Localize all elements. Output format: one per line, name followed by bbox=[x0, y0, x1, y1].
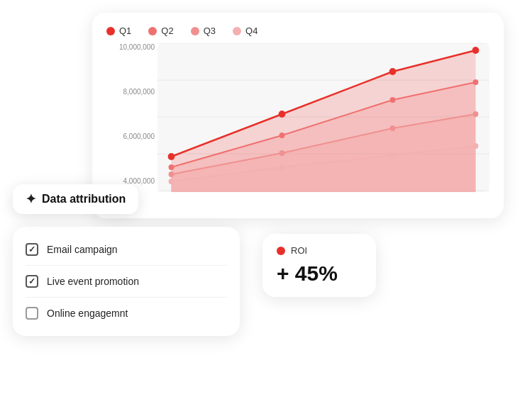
checkbox-live-event[interactable] bbox=[26, 275, 38, 288]
q1-dot-4 bbox=[472, 47, 480, 54]
data-attribution-label: Data attribution bbox=[42, 193, 126, 206]
q4-dot-4 bbox=[473, 143, 479, 149]
checklist-card: Email campaign Live event promotion Onli… bbox=[13, 227, 240, 336]
spark-icon: ✦ bbox=[26, 191, 36, 207]
legend-label-q1: Q1 bbox=[119, 26, 131, 36]
q2-dot-2 bbox=[279, 133, 285, 138]
legend-label-q3: Q3 bbox=[204, 26, 216, 36]
q3-dot-1 bbox=[169, 172, 174, 177]
q2-dot-1 bbox=[169, 164, 174, 170]
legend-q3: Q3 bbox=[191, 26, 216, 36]
y-axis: 10,000,000 8,000,000 6,000,000 4,000,000 bbox=[106, 43, 157, 185]
checkbox-email[interactable] bbox=[26, 243, 38, 256]
legend-q1: Q1 bbox=[106, 26, 131, 36]
q3-dot-4 bbox=[473, 111, 479, 117]
q4-dot-1 bbox=[169, 179, 174, 184]
q3-dot-3 bbox=[390, 125, 396, 131]
legend-dot-q2 bbox=[148, 27, 157, 35]
q1-dot-3 bbox=[389, 68, 397, 75]
roi-card: ROI + 45% bbox=[262, 234, 376, 297]
q3-dot-2 bbox=[279, 150, 285, 156]
q1-dot-1 bbox=[168, 153, 175, 160]
roi-value: + 45% bbox=[277, 262, 362, 286]
legend-dot-q4 bbox=[233, 27, 241, 35]
q1-dot-2 bbox=[279, 111, 286, 118]
legend-q2: Q2 bbox=[148, 26, 173, 36]
legend-dot-q1 bbox=[106, 27, 115, 35]
y-label-0: 10,000,000 bbox=[106, 43, 157, 51]
chart-svg bbox=[157, 43, 489, 192]
q2-dot-3 bbox=[390, 97, 396, 103]
roi-label-text: ROI bbox=[291, 245, 307, 256]
chart-area: 10,000,000 8,000,000 6,000,000 4,000,000 bbox=[106, 43, 489, 198]
y-label-1: 8,000,000 bbox=[106, 88, 157, 96]
checklist-item-email[interactable]: Email campaign bbox=[26, 234, 227, 266]
checklist-label-email: Email campaign bbox=[47, 244, 118, 255]
q4-dot-3 bbox=[390, 152, 396, 158]
q2-dot-4 bbox=[473, 79, 479, 85]
chart-plot bbox=[157, 43, 489, 192]
legend-label-q2: Q2 bbox=[161, 26, 173, 36]
chart-legend: Q1 Q2 Q3 Q4 bbox=[106, 26, 489, 36]
legend-dot-q3 bbox=[191, 27, 199, 35]
roi-label-row: ROI bbox=[277, 245, 362, 256]
data-attribution-badge: ✦ Data attribution bbox=[13, 184, 138, 214]
checklist-item-online[interactable]: Online engagemnt bbox=[26, 298, 227, 329]
legend-label-q4: Q4 bbox=[245, 26, 257, 36]
chart-card: Q1 Q2 Q3 Q4 10,000,000 8,000,000 6,000,0… bbox=[92, 13, 504, 218]
y-label-2: 6,000,000 bbox=[106, 133, 157, 140]
q4-dot-2 bbox=[279, 164, 285, 170]
checklist-item-live-event[interactable]: Live event promotion bbox=[26, 266, 227, 298]
roi-dot bbox=[277, 247, 285, 255]
legend-q4: Q4 bbox=[233, 26, 257, 36]
checklist-label-online: Online engagemnt bbox=[47, 308, 128, 319]
checklist-label-live-event: Live event promotion bbox=[47, 276, 139, 287]
checkbox-online[interactable] bbox=[26, 307, 38, 320]
